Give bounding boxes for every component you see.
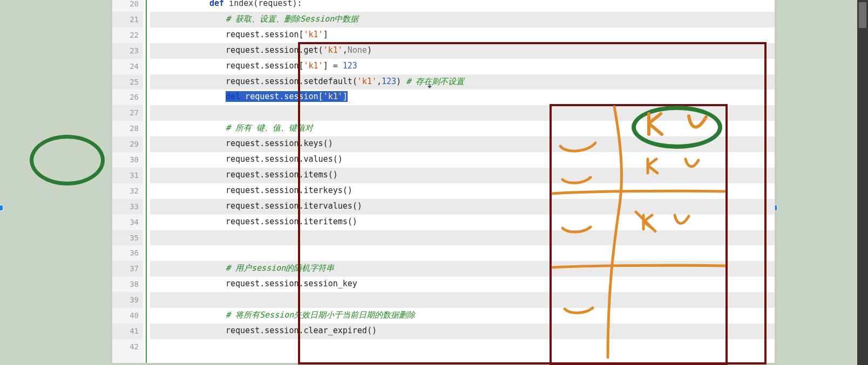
gutter-line: 34 (112, 215, 143, 230)
gutter-line: 22 (112, 27, 143, 43)
line-number: 21 (130, 12, 139, 27)
line-number: 30 (130, 152, 139, 168)
gutter-line: 41 (112, 323, 143, 339)
code-text: request.session.clear_expired() (226, 326, 377, 335)
code-text: request.session.keys() (226, 139, 333, 148)
code-line[interactable] (150, 245, 775, 261)
gutter-line: 29 (112, 136, 143, 152)
line-number: 25 (130, 74, 139, 90)
line-number: 23 (130, 43, 139, 59)
gutter-line: 33 (112, 199, 143, 215)
line-number: 36 (130, 245, 139, 261)
code-editor[interactable]: 2021222324252627282930313233343536373839… (112, 0, 775, 363)
line-number: 28 (130, 121, 139, 136)
annotation-ellipse-left (30, 135, 105, 185)
gutter-line: 42 (112, 339, 143, 355)
gutter-line: 38 (112, 277, 143, 292)
code-text: request.session.iterkeys() (226, 185, 352, 195)
line-number: 22 (130, 27, 139, 43)
code-text: request.session.setdefault('k1',123) # 存… (226, 77, 464, 87)
code-line[interactable] (150, 339, 775, 355)
line-gutter: 2021222324252627282930313233343536373839… (112, 0, 143, 363)
code-line[interactable] (150, 292, 775, 308)
line-number: 27 (130, 105, 139, 121)
gutter-line: 28 (112, 121, 143, 136)
code-area[interactable]: def index(request):# 获取、设置、删除Session中数据r… (150, 0, 775, 363)
code-text: request.session.itervalues() (226, 201, 362, 211)
line-number: 31 (130, 168, 139, 183)
gutter-line: 27 (112, 105, 143, 121)
code-text: request.session.iteritems() (226, 217, 357, 226)
line-number: 40 (130, 308, 139, 323)
line-number: 26 (130, 89, 139, 105)
code-text: def index(request): (209, 0, 302, 8)
code-text: request.session.items() (226, 170, 338, 180)
code-text: # 将所有Session失效日期小于当前日期的数据删除 (226, 310, 415, 320)
code-line[interactable] (150, 105, 775, 121)
gutter-line: 25 (112, 74, 143, 90)
code-text: request.session['k1'] = 123 (226, 61, 357, 71)
gutter-line: 39 (112, 292, 143, 308)
line-number: 33 (130, 199, 139, 215)
line-number: 20 (130, 0, 139, 12)
gutter-line: 26 (112, 89, 143, 105)
line-number: 29 (130, 136, 139, 152)
line-number: 37 (130, 261, 139, 277)
line-number: 35 (130, 230, 139, 246)
code-text: # 用户session的随机字符串 (226, 263, 334, 273)
line-number: 41 (130, 323, 139, 339)
code-text: # 所有 键、值、键值对 (226, 123, 313, 133)
gutter-line: 36 (112, 245, 143, 261)
selection-highlight: del request.session['k1'] (226, 91, 348, 102)
line-number: 32 (130, 183, 139, 199)
gutter-line: 24 (112, 59, 143, 74)
code-text: request.session['k1'] (226, 30, 328, 39)
code-text: request.session.get('k1',None) (226, 45, 372, 55)
code-text: request.session.values() (226, 154, 343, 164)
line-number: 24 (130, 59, 139, 74)
line-number: 34 (130, 215, 139, 230)
code-text: # 获取、设置、删除Session中数据 (226, 14, 358, 24)
code-line[interactable] (150, 230, 775, 246)
canvas: 2021222324252627282930313233343536373839… (0, 0, 868, 365)
gutter-line: 40 (112, 308, 143, 323)
line-number: 38 (130, 277, 139, 292)
gutter-line: 21 (112, 12, 143, 27)
gutter-line: 32 (112, 183, 143, 199)
vertical-scrollbar[interactable] (857, 0, 868, 365)
vcs-change-strip (146, 0, 147, 363)
gutter-line: 20 (112, 0, 143, 12)
scrollbar-thumb[interactable] (859, 2, 866, 28)
line-number: 39 (130, 292, 139, 308)
gutter-line: 37 (112, 261, 143, 277)
code-text: request.session.session_key (226, 279, 357, 288)
gutter-line: 23 (112, 43, 143, 59)
gutter-line: 35 (112, 230, 143, 246)
line-number: 42 (130, 339, 139, 355)
selection-handle-left[interactable] (0, 205, 3, 211)
gutter-line: 30 (112, 152, 143, 168)
code-text: del request.session['k1'] (226, 92, 348, 101)
gutter-line: 31 (112, 168, 143, 183)
